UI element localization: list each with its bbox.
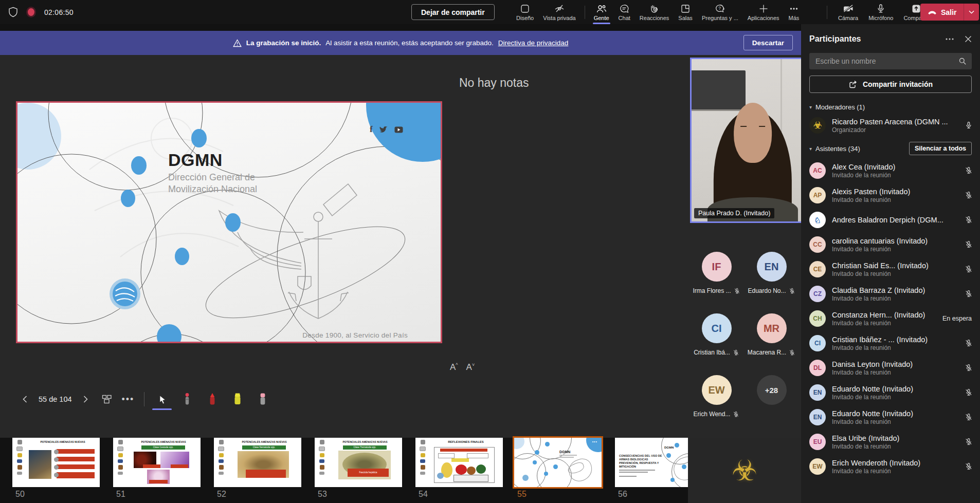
stop-sharing-button[interactable]: Dejar de compartir xyxy=(411,4,495,20)
avatar: MR xyxy=(757,313,787,343)
attendees-section-header[interactable]: ▾Asistentes (34) xyxy=(809,145,909,153)
toolbar-item-rooms[interactable]: Salas xyxy=(674,0,697,24)
participant-row[interactable]: CE Christian Said Es... (Invitado) Invit… xyxy=(801,257,980,282)
laser-pointer-button[interactable] xyxy=(179,390,195,408)
facebook-icon: f xyxy=(370,124,373,135)
dismiss-button[interactable]: Descartar xyxy=(743,35,793,50)
avatar: ☣ xyxy=(809,117,826,134)
camera-off-icon xyxy=(843,4,854,14)
banner-text: Al asistir a esta reunión, estás aceptan… xyxy=(325,39,493,47)
participant-row[interactable]: AC Alex Cea (Invitado) Invitado de la re… xyxy=(801,158,980,183)
mic-muted-icon[interactable] xyxy=(965,413,973,421)
more-slide-options-button[interactable]: ••• xyxy=(122,394,135,405)
moderators-section-header[interactable]: ▾Moderadores (1) xyxy=(809,103,972,111)
participant-tile[interactable]: +28 xyxy=(745,375,798,429)
twitter-icon xyxy=(379,126,388,133)
mic-muted-icon[interactable] xyxy=(965,364,973,372)
participant-tile[interactable]: EW Erich Wend... xyxy=(690,375,743,429)
recording-indicator-icon xyxy=(26,7,36,17)
participant-name-label: Macarena R... xyxy=(748,349,786,356)
participant-subtitle: Invitado de la reunión xyxy=(832,172,960,179)
toolbar-item-reactions[interactable]: Reacciones xyxy=(635,0,674,24)
panel-close-button[interactable] xyxy=(965,35,972,43)
eraser-tool-button[interactable] xyxy=(255,390,270,408)
mic-on-icon[interactable] xyxy=(965,121,973,129)
font-decrease-button[interactable]: A˅ xyxy=(466,362,475,372)
participant-subtitle: Invitado de la reunión xyxy=(832,344,960,351)
slide-thumbnail[interactable]: POTENCIALES AMENAZAS NUEVAS Clase Cestod… xyxy=(113,438,201,487)
search-input[interactable] xyxy=(814,57,958,66)
pointer-tool-button[interactable] xyxy=(154,390,170,408)
toolbar-item-private-view[interactable]: Vista privada xyxy=(538,0,580,24)
search-icon[interactable] xyxy=(958,57,967,65)
toolbar-item-microphone[interactable]: Micrófono xyxy=(864,0,898,24)
participant-video-tile[interactable]: Paula Prado D. (Invitado) xyxy=(690,58,815,223)
participant-row[interactable]: CC carolina cantuarias (Invitado) Invita… xyxy=(801,232,980,257)
participant-row[interactable]: EN Eduardo Notte (Invitado) Invitado de … xyxy=(801,405,980,430)
slide-thumbnail-biohazard[interactable]: ☣ xyxy=(688,438,801,503)
toolbar-item-apps[interactable]: Aplicaciones xyxy=(743,0,784,24)
next-slide-button[interactable] xyxy=(82,395,89,403)
moderator-row[interactable]: ☣ Ricardo Pasten Aracena (DGMN ... Organ… xyxy=(801,113,980,138)
participant-row[interactable]: DL Danisa Leyton (Invitado) Invitado de … xyxy=(801,356,980,380)
font-increase-button[interactable]: A^ xyxy=(450,362,458,372)
participant-row[interactable]: AP Alexis Pasten (Invitado) Invitado de … xyxy=(801,183,980,208)
privacy-policy-link[interactable]: Directiva de privacidad xyxy=(498,39,569,47)
chat-icon xyxy=(619,4,629,14)
video-background-tv xyxy=(692,70,746,109)
leave-button[interactable]: Salir xyxy=(920,4,979,21)
mic-muted-icon[interactable] xyxy=(965,216,973,224)
meeting-timer: 02:06:50 xyxy=(44,8,74,16)
leave-options-chevron[interactable] xyxy=(964,4,979,21)
toolbar-item-chat[interactable]: Chat xyxy=(614,0,635,24)
participant-tile[interactable]: CI Cristian Ibá... xyxy=(690,313,743,367)
toolbar-item-questions[interactable]: ? Preguntas y ... xyxy=(697,0,743,24)
participant-tile[interactable]: IF Irma Flores ... xyxy=(690,252,743,305)
participant-row[interactable]: ♘ Andres Baladron Derpich (DGM... xyxy=(801,208,980,232)
participant-row[interactable]: EN Eduardo Notte (Invitado) Invitado de … xyxy=(801,380,980,405)
design-icon xyxy=(520,4,530,14)
mic-muted-icon[interactable] xyxy=(965,265,973,273)
participant-tile[interactable]: MR Macarena R... xyxy=(745,313,798,367)
slide-grid-view-button[interactable] xyxy=(102,395,112,404)
slide-thumbnail-current[interactable]: ••• DGMN xyxy=(514,438,602,487)
avatar: CI xyxy=(702,313,732,343)
mic-muted-icon[interactable] xyxy=(965,166,973,175)
banner-bold-text: La grabación se inició. xyxy=(246,39,321,47)
participant-row[interactable]: EW Erich Wenderoth (Invitado) Invitado d… xyxy=(801,454,980,479)
share-invitation-button[interactable]: Compartir invitación xyxy=(809,76,972,93)
mute-all-button[interactable]: Silenciar a todos xyxy=(909,142,972,155)
mic-muted-icon[interactable] xyxy=(965,462,973,471)
youtube-icon xyxy=(394,126,403,133)
slide-thumbnail[interactable]: POTENCIALES AMENAZAS NUEVAS xyxy=(12,438,100,487)
participant-row[interactable]: CH Constanza Hern... (Invitado) Invitado… xyxy=(801,306,980,331)
mic-muted-icon[interactable] xyxy=(965,240,973,249)
previous-slide-button[interactable] xyxy=(22,395,29,403)
highlighter-tool-button[interactable] xyxy=(230,390,245,408)
mic-muted-icon xyxy=(734,288,740,294)
participant-row[interactable]: CI Cristian Ibáñez - ... (Invitado) Invi… xyxy=(801,331,980,356)
mic-muted-icon[interactable] xyxy=(965,339,973,347)
biohazard-icon: ☣ xyxy=(732,454,757,487)
participant-row[interactable]: CZ Claudia Barraza Z (Invitado) Invitado… xyxy=(801,282,980,306)
participants-panel: Participantes Compartir invitación ▾Mode… xyxy=(801,24,980,503)
mic-muted-icon[interactable] xyxy=(965,290,973,298)
toolbar-item-people[interactable]: Gente xyxy=(589,0,614,24)
video-name-label: Paula Prado D. (Invitado) xyxy=(694,208,774,218)
mic-muted-icon[interactable] xyxy=(965,191,973,199)
recording-banner: La grabación se inició. Al asistir a est… xyxy=(0,31,801,55)
slide-thumbnail[interactable]: POTENCIALES AMENAZAS NUEVAS Clase Nemato… xyxy=(214,438,301,487)
slide-thumbnail[interactable]: REFLEXIONES FINALES xyxy=(415,438,503,487)
toolbar-divider xyxy=(827,6,827,19)
participant-subtitle: Invitado de la reunión xyxy=(832,246,960,253)
slide-thumbnail[interactable]: POTENCIALES AMENAZAS NUEVAS Clase Tremat… xyxy=(315,438,402,487)
mic-muted-icon[interactable] xyxy=(965,438,973,446)
toolbar-item-camera[interactable]: Cámara xyxy=(833,0,863,24)
participant-row[interactable]: EU Elsa Uribe (Invitado) Invitado de la … xyxy=(801,430,980,454)
pen-tool-button[interactable] xyxy=(205,390,220,408)
panel-more-options-button[interactable] xyxy=(945,38,954,41)
participant-tile[interactable]: EN Eduardo No... xyxy=(745,252,798,305)
toolbar-item-design[interactable]: Diseño xyxy=(512,0,538,24)
toolbar-item-more[interactable]: Más xyxy=(784,0,804,24)
mic-muted-icon[interactable] xyxy=(965,388,973,397)
